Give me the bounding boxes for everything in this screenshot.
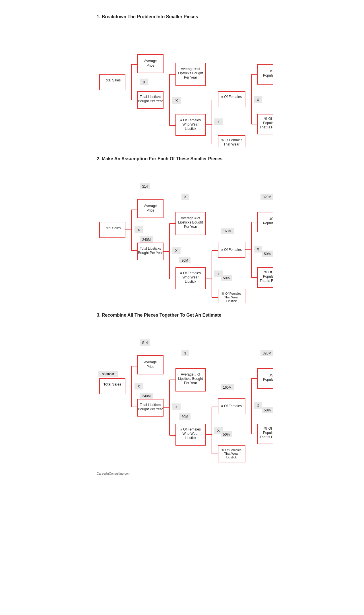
diagram-1: Total Sales X Average Price Total Lips	[97, 24, 267, 148]
svg-text:Price: Price	[146, 365, 154, 369]
svg-text:US: US	[269, 217, 273, 221]
svg-text:Lipsticks Bought: Lipsticks Bought	[178, 71, 203, 75]
svg-text:Total Lipsticks: Total Lipsticks	[140, 95, 161, 99]
diagram-3: $3,360M $14 3 320M 240M 80M 160M	[97, 323, 267, 463]
section-2: 2. Make An Assumption For Each Of These …	[97, 156, 267, 304]
svg-text:That Is Female: That Is Female	[260, 435, 273, 439]
svg-text:$14: $14	[142, 184, 148, 188]
svg-text:Bought Per Year: Bought Per Year	[138, 407, 163, 411]
svg-text:Population: Population	[263, 73, 273, 77]
svg-text:That Is Female: That Is Female	[260, 279, 273, 283]
svg-text:Total Sales: Total Sales	[104, 78, 121, 82]
section-3: 3. Recombine All The Pieces Together To …	[97, 313, 267, 463]
svg-text:160M: 160M	[223, 229, 231, 233]
svg-text:Lipstick: Lipstick	[226, 456, 237, 459]
svg-text:320M: 320M	[263, 195, 271, 199]
svg-text:% Of Females: % Of Females	[222, 448, 241, 452]
svg-text:% Of Females: % Of Females	[221, 138, 242, 142]
svg-text:Per Year: Per Year	[184, 381, 197, 385]
svg-text:Lipstick: Lipstick	[226, 299, 237, 303]
svg-text:Average: Average	[144, 204, 157, 208]
svg-text:# Of Females: # Of Females	[221, 95, 242, 99]
section-2-title: 2. Make An Assumption For Each Of These …	[97, 156, 267, 161]
section-3-title: 3. Recombine All The Pieces Together To …	[97, 313, 267, 318]
svg-text:That Wear: That Wear	[224, 296, 239, 299]
svg-text:Population: Population	[263, 121, 273, 125]
svg-text:Population: Population	[263, 378, 273, 382]
svg-text:# Of Females: # Of Females	[221, 248, 242, 252]
svg-text:Per Year: Per Year	[184, 75, 197, 79]
svg-text:$14: $14	[142, 341, 148, 345]
svg-text:That Wear: That Wear	[224, 452, 239, 455]
svg-text:Population: Population	[263, 221, 273, 225]
svg-text:X: X	[138, 228, 140, 232]
svg-text:X: X	[217, 272, 220, 276]
svg-text:That Is Female: That Is Female	[260, 125, 273, 129]
svg-text:Average: Average	[144, 360, 157, 364]
svg-text:80M: 80M	[181, 415, 188, 419]
svg-text:X: X	[143, 80, 146, 84]
svg-text:Population: Population	[263, 274, 273, 278]
svg-text:Who Wear: Who Wear	[183, 122, 198, 126]
svg-text:Who Wear: Who Wear	[183, 432, 198, 436]
svg-text:# Of Females: # Of Females	[180, 271, 201, 275]
svg-text:X: X	[257, 98, 259, 102]
svg-text:% Of US: % Of US	[264, 270, 273, 274]
svg-text:80M: 80M	[181, 259, 188, 263]
svg-text:320M: 320M	[263, 351, 271, 355]
svg-text:X: X	[257, 247, 259, 251]
svg-text:X: X	[175, 249, 178, 253]
svg-text:That Wear: That Wear	[224, 142, 239, 146]
svg-text:X: X	[138, 384, 140, 388]
svg-text:Lipsticks Bought: Lipsticks Bought	[178, 220, 203, 224]
svg-text:US: US	[269, 69, 273, 73]
svg-text:Lipstick: Lipstick	[226, 147, 237, 147]
section-1: 1. Breakdown The Problem Into Smaller Pi…	[97, 14, 267, 148]
svg-text:Total Lipsticks: Total Lipsticks	[140, 403, 161, 407]
svg-text:Average # of: Average # of	[181, 216, 200, 220]
page-content: 1. Breakdown The Problem Into Smaller Pi…	[97, 14, 267, 475]
svg-text:Total Sales: Total Sales	[104, 226, 121, 230]
svg-text:Average # of: Average # of	[181, 67, 200, 71]
svg-text:3: 3	[184, 351, 186, 355]
svg-text:50%: 50%	[264, 408, 271, 412]
svg-text:50%: 50%	[223, 432, 230, 436]
svg-text:Population: Population	[263, 431, 273, 435]
svg-text:Total Lipsticks: Total Lipsticks	[140, 247, 161, 251]
svg-text:X: X	[175, 405, 178, 409]
svg-text:Who Wear: Who Wear	[183, 275, 198, 279]
svg-text:# Of Females: # Of Females	[221, 404, 242, 408]
svg-text:X: X	[217, 120, 220, 124]
svg-text:US: US	[269, 373, 273, 377]
svg-text:X: X	[175, 99, 178, 103]
svg-text:$3,360M: $3,360M	[102, 372, 114, 376]
section-1-title: 1. Breakdown The Problem Into Smaller Pi…	[97, 14, 267, 19]
svg-text:Price: Price	[146, 208, 154, 212]
svg-text:Price: Price	[146, 63, 154, 67]
svg-text:# Of Females: # Of Females	[180, 118, 201, 122]
svg-text:% Of US: % Of US	[264, 427, 273, 430]
svg-text:% Of Females: % Of Females	[222, 292, 241, 295]
svg-text:Lipstick: Lipstick	[185, 127, 197, 131]
svg-text:X: X	[217, 428, 220, 432]
svg-text:Average: Average	[144, 59, 157, 63]
svg-text:Total Sales: Total Sales	[104, 382, 121, 386]
svg-text:Average # of: Average # of	[181, 372, 200, 376]
svg-text:% Of US: % Of US	[264, 117, 273, 121]
svg-text:50%: 50%	[264, 252, 271, 256]
diagram-2: $14 3 320M 240M 80M 160M 50%	[97, 167, 267, 304]
svg-text:3: 3	[184, 195, 186, 199]
svg-text:Lipstick: Lipstick	[185, 436, 197, 440]
footer: CareerInConsulting.com	[97, 472, 267, 475]
svg-text:240M: 240M	[142, 238, 151, 242]
svg-text:240M: 240M	[142, 394, 151, 398]
svg-text:# Of Females: # Of Females	[180, 427, 201, 431]
svg-text:Lipstick: Lipstick	[185, 280, 197, 284]
svg-text:Per Year: Per Year	[184, 225, 197, 229]
svg-rect-34	[218, 91, 245, 107]
svg-text:160M: 160M	[223, 386, 231, 390]
svg-text:Lipsticks Bought: Lipsticks Bought	[178, 377, 203, 381]
svg-text:50%: 50%	[223, 276, 230, 280]
svg-text:Bought Per Year: Bought Per Year	[138, 251, 163, 255]
svg-text:X: X	[257, 403, 259, 408]
